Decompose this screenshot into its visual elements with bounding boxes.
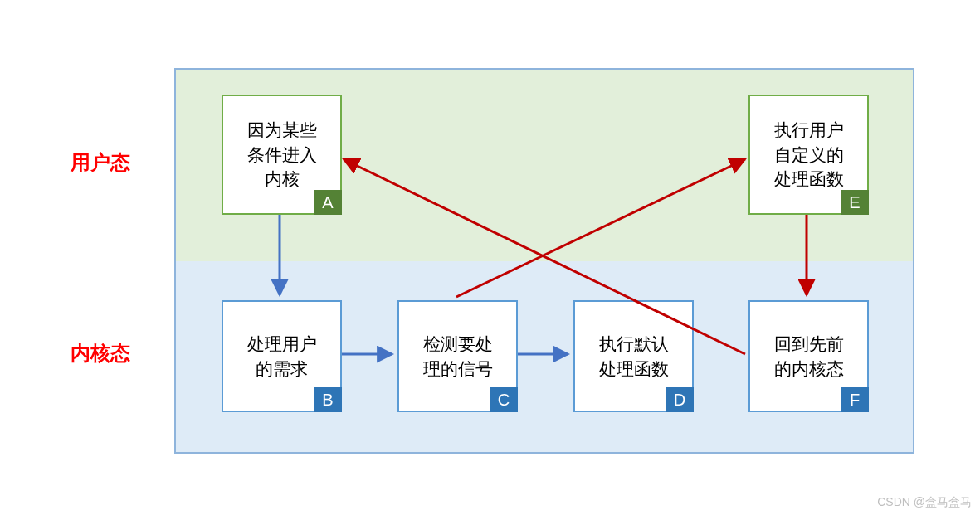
box-e-text: 执行用户 自定义的 处理函数 [774, 118, 844, 191]
box-f: 回到先前 的内核态 F [748, 300, 869, 412]
badge-e: E [841, 190, 869, 215]
badge-a: A [314, 190, 342, 215]
box-e: 执行用户 自定义的 处理函数 E [748, 95, 869, 215]
box-b: 处理用户 的需求 B [222, 300, 342, 412]
box-c-text: 检测要处 理的信号 [423, 332, 493, 381]
box-d-text: 执行默认 处理函数 [599, 332, 669, 381]
badge-c: C [490, 387, 518, 412]
badge-d: D [666, 387, 694, 412]
box-a-text: 因为某些 条件进入 内核 [247, 118, 317, 191]
box-a: 因为某些 条件进入 内核 A [222, 95, 342, 215]
kernel-mode-label: 内核态 [71, 340, 130, 367]
watermark: CSDN @盒马盒马 [877, 495, 972, 510]
box-b-text: 处理用户 的需求 [247, 332, 317, 381]
badge-f: F [841, 387, 869, 412]
box-d: 执行默认 处理函数 D [573, 300, 694, 412]
diagram-container: 因为某些 条件进入 内核 A 执行用户 自定义的 处理函数 E 处理用户 的需求… [174, 68, 914, 454]
box-c: 检测要处 理的信号 C [397, 300, 518, 412]
box-f-text: 回到先前 的内核态 [774, 332, 844, 381]
badge-b: B [314, 387, 342, 412]
user-mode-label: 用户态 [71, 149, 130, 176]
